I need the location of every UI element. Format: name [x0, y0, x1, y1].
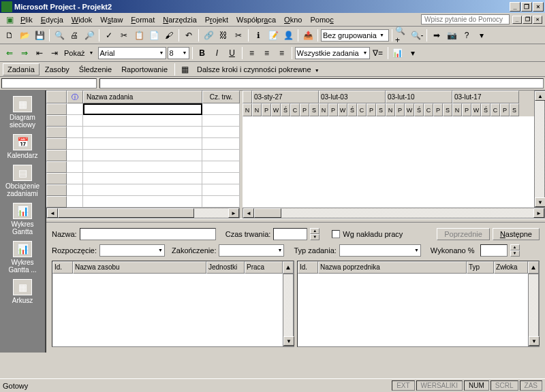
help-icon[interactable]: ?: [460, 29, 473, 42]
col-res-jednostki[interactable]: Jednostki: [206, 261, 245, 274]
italic-icon[interactable]: I: [211, 46, 224, 60]
gantt-day-header[interactable]: P: [433, 103, 443, 116]
gantt-day-header[interactable]: Ś: [347, 103, 357, 116]
gantt-day-header[interactable]: N: [243, 103, 252, 116]
font-combo[interactable]: Arial▼: [98, 47, 166, 59]
menu-projekt[interactable]: Projekt: [201, 14, 232, 25]
gantt-wizard-icon[interactable]: 📊: [391, 46, 405, 60]
gantt-day-header[interactable]: S: [443, 103, 452, 116]
gantt-day-header[interactable]: N: [319, 103, 328, 116]
menu-edycja[interactable]: Edycja: [37, 14, 67, 25]
mdi-minimize-button[interactable]: _: [512, 16, 522, 24]
button-poprzednie[interactable]: Poprzednie: [437, 228, 490, 240]
align-left-icon[interactable]: ≡: [245, 46, 259, 60]
gantt-vscroll[interactable]: ▲▼: [534, 91, 545, 208]
view-obciazenie[interactable]: ▤Obciążenie zadaniami: [1, 163, 44, 199]
toolbar-overflow2-icon[interactable]: ▾: [406, 46, 420, 60]
search-icon[interactable]: 🔍: [52, 29, 66, 42]
menu-narzedzia[interactable]: Narzędzia: [159, 14, 201, 25]
gantt-day-header[interactable]: Ś: [414, 103, 424, 116]
autofilter-icon[interactable]: ∇=: [371, 46, 385, 60]
mdi-restore-button[interactable]: ❐: [523, 16, 532, 24]
gantt-body[interactable]: [243, 116, 545, 208]
zoom-out-icon[interactable]: 🔍-: [410, 29, 424, 42]
new-icon[interactable]: 🗋: [3, 29, 16, 42]
unlink-icon[interactable]: ⛓: [217, 29, 230, 42]
dalsze-kroki-dropdown[interactable]: Dalsze kroki i czynności pokrewne ▼: [193, 64, 324, 75]
tab-sledzenie[interactable]: Śledzenie: [75, 64, 116, 75]
view-wykres-gantta[interactable]: 📊Wykres Gantta: [1, 201, 44, 237]
menu-pomoc[interactable]: Pomoc: [306, 14, 337, 25]
menu-wstaw[interactable]: Wstaw: [96, 14, 127, 25]
input-czas-trwania[interactable]: [273, 228, 307, 240]
outdent-icon[interactable]: ⇤: [33, 46, 46, 60]
maximize-button[interactable]: ❐: [521, 2, 532, 12]
gantt-day-header[interactable]: N: [452, 103, 462, 116]
minimize-button[interactable]: _: [510, 2, 520, 12]
col-pred-id[interactable]: Id.: [298, 261, 318, 274]
spinner-wykonano[interactable]: ▲▼: [510, 244, 520, 257]
filter-combo[interactable]: Wszystkie zadania▼: [295, 47, 370, 59]
spell-icon[interactable]: ✓: [102, 29, 116, 42]
copy-picture-icon[interactable]: 📷: [445, 29, 458, 42]
gantt-day-header[interactable]: P: [395, 103, 405, 116]
grid-hscroll[interactable]: ◄►: [46, 208, 240, 218]
preview-icon[interactable]: 🔎: [82, 29, 96, 42]
align-center-icon[interactable]: ≡: [260, 46, 274, 60]
show-dropdown[interactable]: ▼: [89, 50, 94, 55]
link-icon[interactable]: 🔗: [202, 29, 215, 42]
tab-raportowanie[interactable]: Raportowanie: [117, 64, 172, 75]
nav-fwd-icon[interactable]: ⇒: [18, 46, 31, 60]
combo-typ-zadania[interactable]: ▼: [339, 244, 421, 257]
cell-value-box[interactable]: [99, 78, 544, 88]
print-icon[interactable]: 🖨: [67, 29, 81, 42]
open-icon[interactable]: 📂: [18, 29, 31, 42]
gantt-week-header[interactable]: 03-lut-10: [386, 91, 452, 103]
predecessors-body[interactable]: [298, 274, 528, 346]
view-arkusz[interactable]: ▦Arkusz: [1, 278, 44, 306]
menu-widok[interactable]: Widok: [67, 14, 97, 25]
gantt-day-header[interactable]: C: [357, 103, 367, 116]
indent-icon[interactable]: ⇥: [48, 46, 61, 60]
grid-body[interactable]: [46, 103, 240, 208]
notes-icon[interactable]: 📝: [266, 29, 280, 42]
menu-wspolpraca[interactable]: Współpraca: [232, 14, 280, 25]
gantt-day-header[interactable]: P: [500, 103, 510, 116]
gantt-day-header[interactable]: C: [290, 103, 300, 116]
paste-icon[interactable]: 📄: [147, 29, 161, 42]
underline-icon[interactable]: U: [225, 46, 239, 60]
col-nazwa-zadania[interactable]: Nazwa zadania: [83, 91, 202, 103]
bold-icon[interactable]: B: [196, 46, 209, 60]
view-wykres-gantta-2[interactable]: 📊Wykres Gantta ...: [1, 240, 44, 275]
copy-icon[interactable]: 📋: [132, 29, 146, 42]
col-indicator[interactable]: ⓘ: [67, 91, 83, 103]
tab-zasoby[interactable]: Zasoby: [41, 64, 74, 75]
gantt-day-header[interactable]: P: [262, 103, 271, 116]
col-czas-trwania[interactable]: Cz. trw.: [202, 91, 240, 103]
gantt-day-header[interactable]: N: [252, 103, 262, 116]
tab-zadania[interactable]: Zadania: [3, 63, 40, 76]
combo-rozpoczecie[interactable]: ▼: [99, 244, 165, 257]
help-search-input[interactable]: [421, 14, 510, 24]
gantt-day-header[interactable]: P: [328, 103, 338, 116]
gantt-day-header[interactable]: S: [309, 103, 319, 116]
col-pred-typ[interactable]: Typ: [467, 261, 494, 274]
view-diagram-sieciowy[interactable]: ▦Diagram sieciowy: [1, 95, 44, 130]
gantt-day-header[interactable]: P: [462, 103, 471, 116]
res-vscroll[interactable]: ▼: [283, 274, 294, 346]
col-res-praca[interactable]: Praca: [245, 261, 283, 274]
gantt-day-header[interactable]: C: [424, 103, 433, 116]
col-res-id[interactable]: Id.: [52, 261, 73, 274]
resources-body[interactable]: [52, 274, 283, 346]
col-res-nazwa[interactable]: Nazwa zasobu: [73, 261, 206, 274]
gantt-day-header[interactable]: Ś: [281, 103, 290, 116]
gantt-day-header[interactable]: W: [271, 103, 281, 116]
combo-zakonczenie[interactable]: ▼: [219, 244, 284, 257]
col-pred-nazwa[interactable]: Nazwa poprzednika: [318, 261, 467, 274]
font-size-combo[interactable]: 8▼: [168, 47, 189, 59]
format-painter-icon[interactable]: 🖌: [162, 29, 176, 42]
checkbox-wg-nakladu[interactable]: [332, 230, 340, 238]
spinner-czas[interactable]: ▲▼: [310, 228, 320, 240]
split-icon[interactable]: ✂: [232, 29, 245, 42]
pred-scroll-up[interactable]: ▲: [528, 261, 539, 274]
